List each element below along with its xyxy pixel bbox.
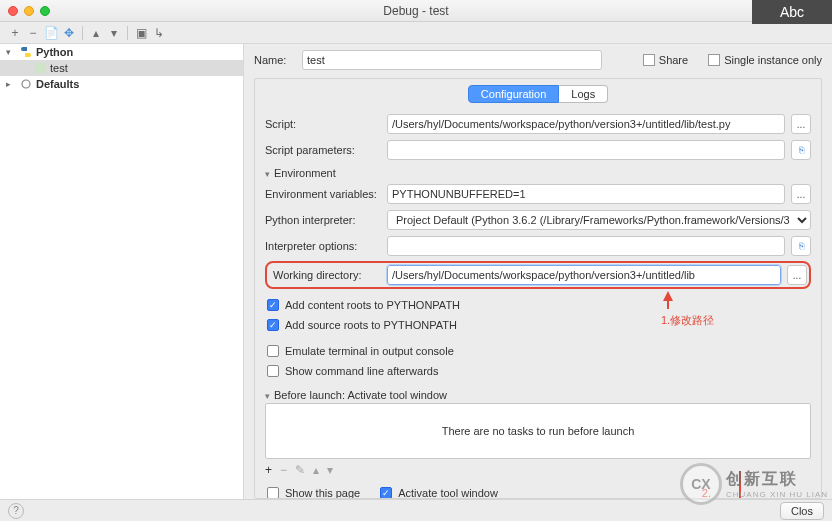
task-up-icon: ▴: [313, 463, 319, 477]
workdir-input[interactable]: [387, 265, 781, 285]
interpreter-select[interactable]: Project Default (Python 3.6.2 (/Library/…: [387, 210, 811, 230]
move-up-icon[interactable]: ▴: [89, 26, 103, 40]
emulate-terminal-label: Emulate terminal in output console: [285, 345, 454, 357]
tree-label: Defaults: [36, 78, 79, 90]
script-params-input[interactable]: [387, 140, 785, 160]
tab-configuration[interactable]: Configuration: [468, 85, 559, 103]
env-vars-label: Environment variables:: [265, 188, 381, 200]
working-dir-row: Working directory: ...: [265, 261, 811, 289]
config-toolbar: + − 📄 ✥ ▴ ▾ ▣ ↳: [0, 22, 832, 44]
folder-icon[interactable]: ▣: [134, 26, 148, 40]
before-launch-list[interactable]: There are no tasks to run before launch: [265, 403, 811, 459]
chevron-right-icon: ▸: [6, 79, 16, 89]
window-title: Debug - test: [0, 4, 832, 18]
config-panel: Configuration Logs Script: ... Script pa…: [254, 78, 822, 499]
svg-rect-0: [35, 63, 45, 73]
tree-label: test: [50, 62, 68, 74]
show-this-page-checkbox[interactable]: [267, 487, 279, 499]
before-launch-header[interactable]: ▾Before launch: Activate tool window: [265, 389, 811, 401]
settings-folder-icon: [20, 78, 32, 90]
add-content-roots-label: Add content roots to PYTHONPATH: [285, 299, 460, 311]
python-icon: [20, 46, 32, 58]
activate-tool-window-checkbox[interactable]: [380, 487, 392, 499]
browse-workdir-button[interactable]: ...: [787, 265, 807, 285]
remove-task-icon: −: [280, 463, 287, 477]
python-file-icon: [34, 62, 46, 74]
share-checkbox[interactable]: [643, 54, 655, 66]
add-task-icon[interactable]: +: [265, 463, 272, 477]
edit-env-button[interactable]: ...: [791, 184, 811, 204]
share-label: Share: [659, 54, 688, 66]
help-button[interactable]: ?: [8, 503, 24, 519]
add-icon[interactable]: +: [8, 26, 22, 40]
add-content-roots-checkbox[interactable]: [267, 299, 279, 311]
tab-bar: Configuration Logs: [265, 85, 811, 103]
copy-icon[interactable]: 📄: [44, 26, 58, 40]
settings-icon[interactable]: ✥: [62, 26, 76, 40]
env-vars-input[interactable]: [387, 184, 785, 204]
svg-point-1: [22, 80, 30, 88]
tree-label: Python: [36, 46, 73, 58]
interp-opts-input[interactable]: [387, 236, 785, 256]
remove-icon[interactable]: −: [26, 26, 40, 40]
show-this-page-label: Show this page: [285, 487, 360, 499]
watermark-logo-icon: CX: [680, 463, 722, 505]
watermark-en: CHUANG XIN HU LIAN: [726, 490, 828, 499]
interpreter-label: Python interpreter:: [265, 214, 381, 226]
empty-tasks-label: There are no tasks to run before launch: [442, 425, 635, 437]
expand-icon[interactable]: ↳: [152, 26, 166, 40]
annotation-1: 1.修改路径: [661, 313, 714, 328]
interp-opts-label: Interpreter options:: [265, 240, 381, 252]
script-params-label: Script parameters:: [265, 144, 381, 156]
tree-node-python[interactable]: ▾ Python: [0, 44, 243, 60]
add-source-roots-label: Add source roots to PYTHONPATH: [285, 319, 457, 331]
tree-node-defaults[interactable]: ▸ Defaults: [0, 76, 243, 92]
move-down-icon[interactable]: ▾: [107, 26, 121, 40]
annotation-arrow-icon: [663, 291, 673, 301]
watermark-cn: 创新互联: [726, 469, 828, 490]
name-label: Name:: [254, 54, 294, 66]
workdir-label: Working directory:: [269, 269, 381, 281]
emulate-terminal-checkbox[interactable]: [267, 345, 279, 357]
task-down-icon: ▾: [327, 463, 333, 477]
env-section-header[interactable]: ▾Environment: [265, 167, 811, 179]
browse-script-button[interactable]: ...: [791, 114, 811, 134]
abc-badge: Abc: [752, 0, 832, 24]
titlebar: Debug - test: [0, 0, 832, 22]
show-cmd-checkbox[interactable]: [267, 365, 279, 377]
tab-logs[interactable]: Logs: [559, 85, 608, 103]
chevron-down-icon: ▾: [6, 47, 16, 57]
tree-node-test[interactable]: test: [0, 60, 243, 76]
activate-tool-window-label: Activate tool window: [398, 487, 498, 499]
config-content: Name: Share Single instance only Configu…: [244, 44, 832, 499]
edit-task-icon: ✎: [295, 463, 305, 477]
name-input[interactable]: [302, 50, 602, 70]
script-input[interactable]: [387, 114, 785, 134]
script-label: Script:: [265, 118, 381, 130]
show-cmd-label: Show command line afterwards: [285, 365, 438, 377]
watermark: CX 创新互联 CHUANG XIN HU LIAN: [680, 463, 828, 505]
single-instance-checkbox[interactable]: [708, 54, 720, 66]
insert-macro-button-2[interactable]: ⎘: [791, 236, 811, 256]
config-tree: ▾ Python test ▸ Defaults: [0, 44, 244, 499]
insert-macro-button[interactable]: ⎘: [791, 140, 811, 160]
single-instance-label: Single instance only: [724, 54, 822, 66]
add-source-roots-checkbox[interactable]: [267, 319, 279, 331]
